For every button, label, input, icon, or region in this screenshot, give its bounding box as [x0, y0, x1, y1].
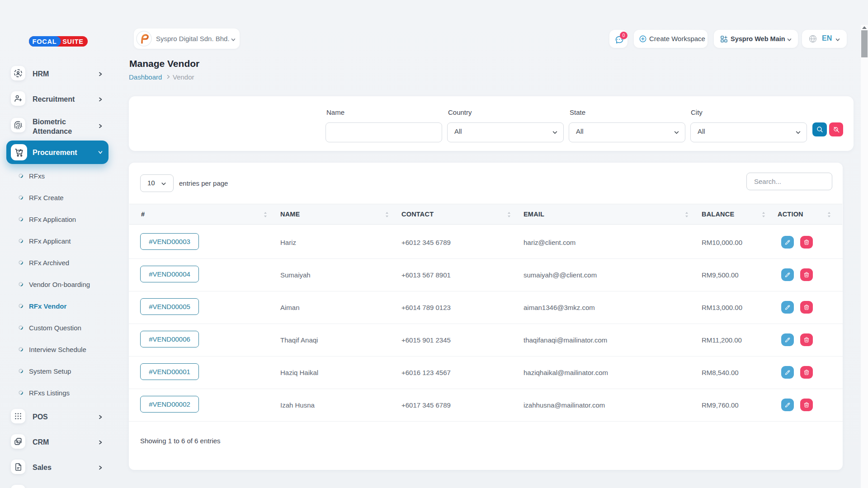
svg-text:FOCAL: FOCAL: [33, 38, 57, 45]
svg-text:SUITE: SUITE: [62, 38, 84, 45]
